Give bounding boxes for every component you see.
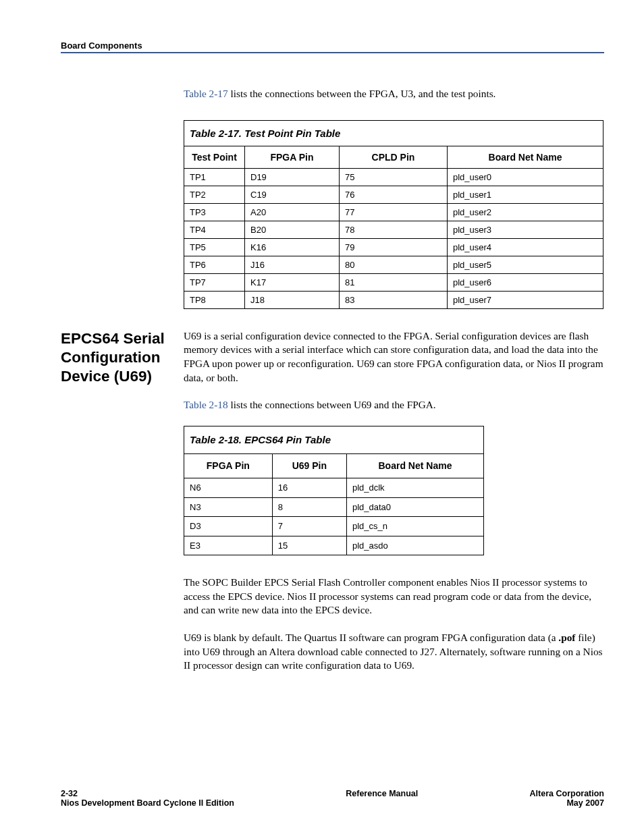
para3-a: U69 is blank by default. The Quartus II …	[184, 632, 558, 643]
table17-h4: Board Net Name	[448, 146, 603, 168]
footer-company: Altera Corporation	[530, 789, 604, 798]
para-u69-intro: U69 is a serial configuration device con…	[184, 329, 603, 385]
table18-intro: Table 2-18 lists the connections between…	[184, 398, 603, 412]
cell: D3	[184, 517, 273, 536]
table18-h1: FPGA Pin	[184, 454, 273, 478]
cell: pld_user6	[448, 273, 603, 291]
table18-h3: Board Net Name	[346, 454, 483, 478]
cell: 16	[272, 478, 346, 497]
cell: pld_cs_n	[346, 517, 483, 536]
header-rule	[61, 52, 604, 53]
table-2-18: Table 2-18. EPCS64 Pin Table FPGA Pin U6…	[184, 426, 484, 555]
cell: TP6	[184, 256, 245, 273]
cell: pld_user7	[448, 291, 603, 308]
cell: TP5	[184, 238, 245, 256]
cell: TP2	[184, 186, 245, 203]
footer-date: May 2007	[530, 798, 604, 808]
table-row: N3 8 pld_data0	[184, 497, 484, 517]
cell: pld_dclk	[346, 478, 483, 497]
table18-intro-rest: lists the connections between U69 and th…	[228, 399, 436, 410]
footer-doc-title: Nios Development Board Cyclone II Editio…	[61, 798, 234, 808]
table17-intro-rest: lists the connections between the FPGA, …	[228, 88, 496, 99]
cell: pld_user4	[448, 238, 603, 256]
table-row: D3 7 pld_cs_n	[184, 517, 484, 536]
table-row: TP4 B20 78 pld_user3	[184, 221, 603, 238]
cell: 8	[272, 497, 346, 517]
table17-h3: CPLD Pin	[340, 146, 448, 168]
table-row: TP5 K16 79 pld_user4	[184, 238, 603, 256]
table-row: TP2 C19 76 pld_user1	[184, 186, 603, 203]
cell: J18	[245, 291, 340, 308]
cell: 75	[340, 168, 448, 186]
page-footer: 2-32 Nios Development Board Cyclone II E…	[61, 789, 604, 808]
footer-page-num: 2-32	[61, 789, 234, 798]
cell: K17	[245, 273, 340, 291]
cell: 15	[272, 536, 346, 555]
cell: TP3	[184, 203, 245, 221]
cell: 79	[340, 238, 448, 256]
cell: pld_user5	[448, 256, 603, 273]
cell: 78	[340, 221, 448, 238]
cell: 80	[340, 256, 448, 273]
table-row: TP7 K17 81 pld_user6	[184, 273, 603, 291]
cell: J16	[245, 256, 340, 273]
table17-h1: Test Point	[184, 146, 245, 168]
cell: A20	[245, 203, 340, 221]
cell: TP1	[184, 168, 245, 186]
cell: 77	[340, 203, 448, 221]
cell: 81	[340, 273, 448, 291]
table-row: TP1 D19 75 pld_user0	[184, 168, 603, 186]
cell: K16	[245, 238, 340, 256]
cell: C19	[245, 186, 340, 203]
table18-h2: U69 Pin	[272, 454, 346, 478]
cell: pld_data0	[346, 497, 483, 517]
table-row: N6 16 pld_dclk	[184, 478, 484, 497]
table-row: E3 15 pld_asdo	[184, 536, 484, 555]
table-row: TP6 J16 80 pld_user5	[184, 256, 603, 273]
cell: E3	[184, 536, 273, 555]
table18-title: Table 2-18. EPCS64 Pin Table	[184, 426, 484, 453]
cell: 7	[272, 517, 346, 536]
table17-intro: Table 2-17 lists the connections between…	[184, 87, 603, 101]
cell: 83	[340, 291, 448, 308]
table-row: TP3 A20 77 pld_user2	[184, 203, 603, 221]
table17-ref: Table 2-17	[184, 88, 228, 99]
section-heading-epcs64: EPCS64 Serial Configuration Device (U69)	[61, 329, 184, 386]
cell: N3	[184, 497, 273, 517]
cell: B20	[245, 221, 340, 238]
table-2-17: Table 2-17. Test Point Pin Table Test Po…	[184, 120, 603, 309]
cell: pld_user0	[448, 168, 603, 186]
header-section: Board Components	[61, 40, 610, 51]
footer-center: Reference Manual	[234, 789, 530, 798]
table-row: TP8 J18 83 pld_user7	[184, 291, 603, 308]
para-sopc: The SOPC Builder EPCS Serial Flash Contr…	[184, 576, 603, 617]
table18-ref: Table 2-18	[184, 399, 228, 410]
cell: TP7	[184, 273, 245, 291]
cell: pld_user3	[448, 221, 603, 238]
cell: 76	[340, 186, 448, 203]
cell: pld_user2	[448, 203, 603, 221]
cell: D19	[245, 168, 340, 186]
cell: pld_user1	[448, 186, 603, 203]
table17-h2: FPGA Pin	[245, 146, 340, 168]
para-u69-blank: U69 is blank by default. The Quartus II …	[184, 631, 603, 673]
cell: TP8	[184, 291, 245, 308]
pof-bold: .pof	[558, 632, 575, 643]
cell: pld_asdo	[346, 536, 483, 555]
cell: N6	[184, 478, 273, 497]
cell: TP4	[184, 221, 245, 238]
table17-title: Table 2-17. Test Point Pin Table	[184, 120, 603, 146]
